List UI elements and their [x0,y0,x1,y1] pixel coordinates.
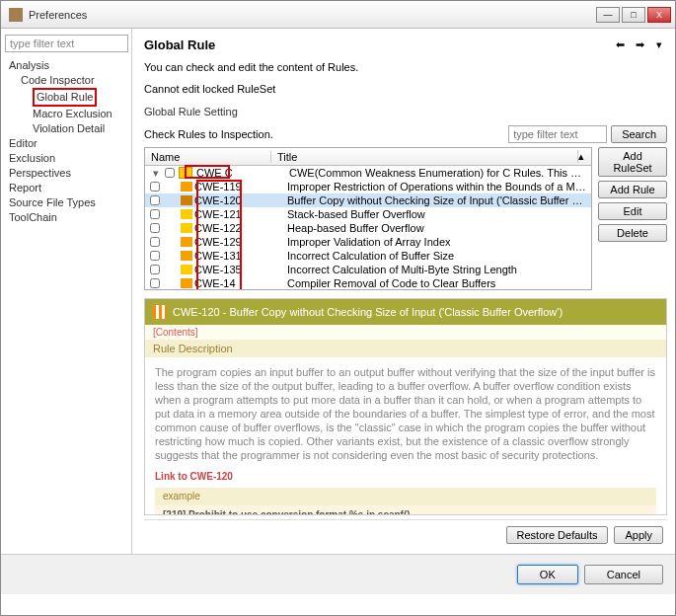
cancel-button[interactable]: Cancel [584,565,663,584]
rules-table: Name Title ▴ ▾CWE CCWE(Common Weakness E… [144,147,592,290]
sidebar-item[interactable]: Exclusion [5,151,127,166]
search-label: Check Rules to Inspection. [144,128,508,140]
content-pane: Global Rule ⬅ ➡ ▾ You can check and edit… [132,29,675,554]
contents-link[interactable]: [Contents] [145,325,666,340]
desc-line-1: You can check and edit the content of Ru… [144,60,667,74]
rule-description-heading: Rule Description [145,340,666,357]
sidebar: type filter text AnalysisCode InspectorG… [1,29,132,554]
maximize-button[interactable]: □ [622,7,645,23]
nav-tree: AnalysisCode InspectorGlobal RuleMacro E… [5,58,127,225]
col-scroll: ▴ [577,150,591,163]
detail-header: CWE-120 - Buffer Copy without Checking S… [145,299,666,325]
ok-button[interactable]: OK [517,565,578,584]
sidebar-item[interactable]: Editor [5,136,127,151]
example-title: [219] Prohibit to use conversion format … [155,505,656,514]
nav-menu-icon[interactable]: ▾ [651,37,667,52]
sidebar-item[interactable]: Analysis [5,58,127,73]
section-heading: Global Rule Setting [144,106,667,117]
filter-input[interactable]: type filter text [5,35,128,52]
detail-body-text: The program copies an input buffer to an… [155,365,656,462]
sidebar-item[interactable]: Code Inspector [5,73,127,88]
search-input[interactable] [508,125,607,143]
detail-panel: CWE-120 - Buffer Copy without Checking S… [144,298,667,515]
sidebar-item[interactable]: Violation Detail [5,121,127,136]
col-name[interactable]: Name [145,151,271,163]
nav-back-icon[interactable]: ⬅ [612,37,628,52]
restore-defaults-button[interactable]: Restore Defaults [506,526,609,544]
search-button[interactable]: Search [611,125,667,143]
sidebar-item[interactable]: Global Rule [5,88,127,107]
minimize-button[interactable]: — [596,7,620,23]
sidebar-item[interactable]: Macro Exclusion [5,107,127,121]
page-title: Global Rule [144,38,612,52]
dialog-buttons: OK Cancel [1,554,675,594]
sidebar-item[interactable]: Report [5,181,127,195]
window-title: Preferences [29,9,596,21]
sidebar-item[interactable]: Source File Types [5,195,127,210]
example-heading: example [155,488,656,505]
sidebar-item[interactable]: Perspectives [5,166,127,181]
delete-button[interactable]: Delete [598,224,667,242]
sidebar-item[interactable]: ToolChain [5,210,127,225]
add-rule-button[interactable]: Add Rule [598,181,667,198]
detail-title: CWE-120 - Buffer Copy without Checking S… [173,306,563,318]
col-title[interactable]: Title [271,151,577,163]
edit-button[interactable]: Edit [598,202,667,220]
add-ruleset-button[interactable]: Add RuleSet [598,147,667,177]
close-button[interactable]: X [647,7,671,23]
desc-line-2: Cannot edit locked RuleSet [144,82,667,96]
nav-fwd-icon[interactable]: ➡ [632,37,647,52]
rule-icon [153,305,167,319]
app-icon [9,8,23,22]
apply-button[interactable]: Apply [614,526,663,544]
titlebar: Preferences — □ X [1,1,675,29]
link-to-cwe[interactable]: Link to CWE-120 [155,470,656,484]
